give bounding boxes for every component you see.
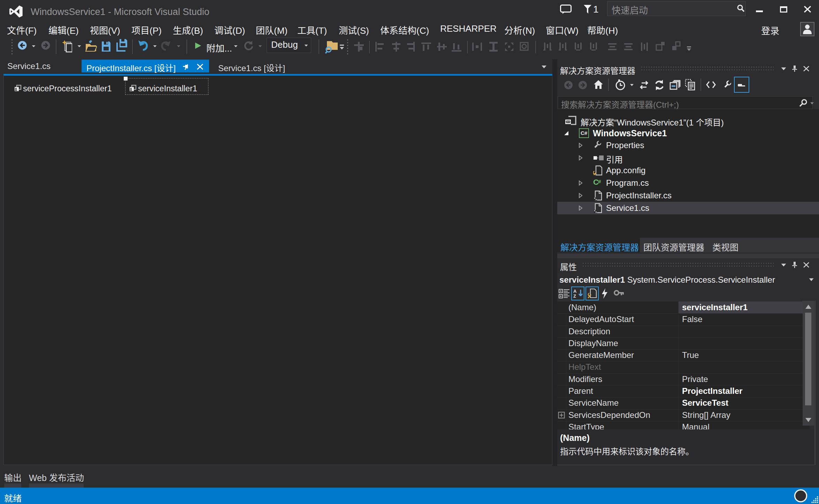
svg-text:A: A: [573, 289, 577, 294]
svg-text:#: #: [598, 178, 601, 184]
svg-text:Z: Z: [573, 293, 576, 299]
